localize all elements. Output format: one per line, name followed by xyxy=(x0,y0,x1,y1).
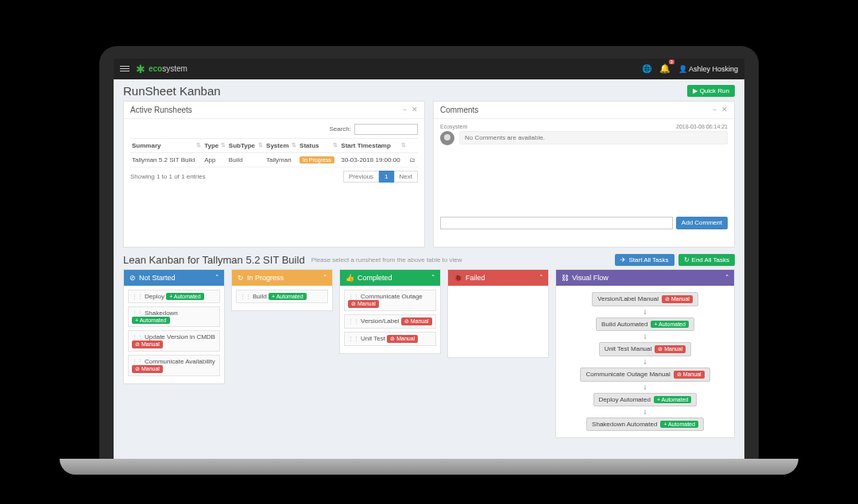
tag-automated: + Automated xyxy=(269,293,307,300)
flow-node[interactable]: Deploy Automated+ Automated xyxy=(593,393,698,406)
tag-manual: ⊘ Manual xyxy=(401,317,432,325)
table-info: Showing 1 to 1 of 1 entries xyxy=(130,173,206,180)
column-not-started: ⊘Not Started˄ ⋮⋮Deploy + Automated ⋮⋮Sha… xyxy=(123,269,225,384)
column-header[interactable]: ⛓Visual Flow˄ xyxy=(556,270,734,286)
grip-icon: ⋮⋮ xyxy=(132,294,143,299)
task-card[interactable]: ⋮⋮Shakedown + Automated xyxy=(128,306,220,327)
tag-automated: + Automated xyxy=(660,421,698,428)
thumbs-up-icon: 👍 xyxy=(346,274,354,282)
user-menu[interactable]: 👤 Ashley Hosking xyxy=(678,65,738,73)
arrow-down-icon: ↓ xyxy=(644,408,647,416)
tag-manual: ⊘ Manual xyxy=(655,345,686,353)
column-header[interactable]: 🐞Failed˄ xyxy=(448,270,548,286)
search-label: Search: xyxy=(329,125,351,133)
tag-manual: ⊘ Manual xyxy=(132,340,163,348)
flow-node[interactable]: Shakedown Automated+ Automated xyxy=(586,417,704,431)
comments-panel: Comments − ✕ Ecosystem 2018-03-08 06:14:… xyxy=(433,101,735,248)
comment-input[interactable] xyxy=(440,217,673,229)
chevron-up-icon[interactable]: ˄ xyxy=(725,274,729,282)
search-input[interactable] xyxy=(354,124,418,135)
end-all-button[interactable]: ↻ End All Tasks xyxy=(678,254,735,266)
col-type[interactable]: Type⇅ xyxy=(203,138,227,152)
logo-mark-icon: ✱ xyxy=(136,63,145,75)
table-row[interactable]: Tallyman 5.2 SIT Build App Build Tallyma… xyxy=(130,152,418,167)
flow-node[interactable]: Communicate Outage Manual⊘ Manual xyxy=(580,367,709,382)
tag-automated: + Automated xyxy=(166,293,204,300)
task-card[interactable]: ⋮⋮Build + Automated xyxy=(236,290,328,303)
arrow-down-icon: ↓ xyxy=(644,383,647,391)
chevron-up-icon[interactable]: ˄ xyxy=(431,274,435,282)
active-runsheets-panel: Active Runsheets − ✕ Search: Summary⇅ xyxy=(123,101,425,248)
tag-manual: ⊘ Manual xyxy=(132,365,163,373)
flow-node[interactable]: Version/Label Manual⊘ Manual xyxy=(592,292,698,306)
task-card[interactable]: ⋮⋮Version/Label ⊘ Manual xyxy=(344,314,436,329)
hamburger-icon[interactable] xyxy=(120,66,129,71)
add-comment-button[interactable]: Add Comment xyxy=(676,217,728,229)
avatar-icon xyxy=(440,131,454,145)
comment-time: 2018-03-08 06:14:21 xyxy=(676,124,728,129)
close-icon[interactable]: ✕ xyxy=(721,106,728,113)
bug-icon: 🐞 xyxy=(454,274,462,282)
page-1[interactable]: 1 xyxy=(379,171,393,183)
task-card[interactable]: ⋮⋮Deploy + Automated xyxy=(128,290,220,303)
minimize-icon[interactable]: − xyxy=(403,106,407,113)
chevron-up-icon[interactable]: ˄ xyxy=(539,274,543,282)
status-badge: In Progress xyxy=(300,156,334,164)
refresh-icon: ↻ xyxy=(238,274,244,282)
column-in-progress: ↻In Progress˄ ⋮⋮Build + Automated xyxy=(231,269,333,311)
brand-logo[interactable]: ✱ ecosystem xyxy=(136,63,187,75)
arrow-down-icon: ↓ xyxy=(644,333,647,340)
logo-text: ecosystem xyxy=(149,64,187,73)
tag-automated: + Automated xyxy=(132,317,170,324)
comment-message: No Comments are available. xyxy=(459,131,728,144)
panel-title: Active Runsheets xyxy=(130,106,192,114)
column-header[interactable]: ↻In Progress˄ xyxy=(232,270,332,286)
prev-page[interactable]: Previous xyxy=(343,171,379,183)
tag-manual: ⊘ Manual xyxy=(387,335,418,343)
app-screen: ✱ ecosystem 🌐 🔔3 👤 Ashley Hosking RunShe… xyxy=(114,59,744,459)
flow-node[interactable]: Build Automated+ Automated xyxy=(596,317,694,331)
grip-icon: ⋮⋮ xyxy=(240,294,251,299)
task-card[interactable]: ⋮⋮Communicate Availability⊘ Manual xyxy=(128,355,220,376)
quick-run-button[interactable]: ▶ Quick Run xyxy=(687,85,735,97)
page-title: RunSheet Kanban xyxy=(123,84,221,98)
minimize-icon[interactable]: − xyxy=(713,106,717,113)
column-visual-flow: ⛓Visual Flow˄ Version/Label Manual⊘ Manu… xyxy=(555,269,735,438)
tag-manual: ⊘ Manual xyxy=(662,295,693,303)
task-card[interactable]: ⋮⋮Unit Test ⊘ Manual xyxy=(344,332,436,346)
panel-title: Comments xyxy=(440,106,478,114)
col-system[interactable]: System⇅ xyxy=(265,138,298,152)
grip-icon: ⋮⋮ xyxy=(132,310,143,316)
globe-icon[interactable]: 🌐 xyxy=(642,64,651,73)
col-status[interactable]: Status⇅ xyxy=(298,138,339,152)
kanban-title: Lean Kanban for Tallyman 5.2 SIT Build xyxy=(123,254,305,266)
start-all-button[interactable]: ✈ Start All Tasks xyxy=(615,254,674,266)
column-header[interactable]: 👍Completed˄ xyxy=(340,270,440,286)
grip-icon: ⋮⋮ xyxy=(132,334,143,340)
col-start[interactable]: Start Timestamp⇅ xyxy=(339,138,408,152)
col-summary[interactable]: Summary⇅ xyxy=(130,138,203,152)
runsheets-table: Summary⇅ Type⇅ SubType⇅ System⇅ Status⇅ … xyxy=(130,138,418,167)
topbar: ✱ ecosystem 🌐 🔔3 👤 Ashley Hosking xyxy=(114,59,744,79)
tag-automated: + Automated xyxy=(654,396,692,403)
chevron-up-icon[interactable]: ˄ xyxy=(215,274,219,282)
row-action-icon[interactable]: 🗂 xyxy=(409,156,415,164)
flow-node[interactable]: Unit Test Manual⊘ Manual xyxy=(599,342,691,356)
task-card[interactable]: ⋮⋮Communicate Outage⊘ Manual xyxy=(344,290,436,311)
column-header[interactable]: ⊘Not Started˄ xyxy=(124,270,224,286)
column-completed: 👍Completed˄ ⋮⋮Communicate Outage⊘ Manual… xyxy=(339,269,441,354)
task-card[interactable]: ⋮⋮Update Version in CMDB⊘ Manual xyxy=(128,330,220,352)
tag-manual: ⊘ Manual xyxy=(348,300,379,308)
chevron-up-icon[interactable]: ˄ xyxy=(323,274,327,282)
tag-manual: ⊘ Manual xyxy=(674,371,705,379)
grip-icon: ⋮⋮ xyxy=(348,336,359,341)
notifications-icon[interactable]: 🔔3 xyxy=(659,63,671,74)
close-icon[interactable]: ✕ xyxy=(412,106,418,113)
col-subtype[interactable]: SubType⇅ xyxy=(227,138,265,152)
kanban-subtitle: Please select a runsheet from the above … xyxy=(311,256,462,264)
tag-automated: + Automated xyxy=(651,321,689,328)
arrow-down-icon: ↓ xyxy=(644,308,647,316)
grip-icon: ⋮⋮ xyxy=(348,318,359,324)
arrow-down-icon: ↓ xyxy=(644,358,647,366)
next-page[interactable]: Next xyxy=(394,171,418,183)
